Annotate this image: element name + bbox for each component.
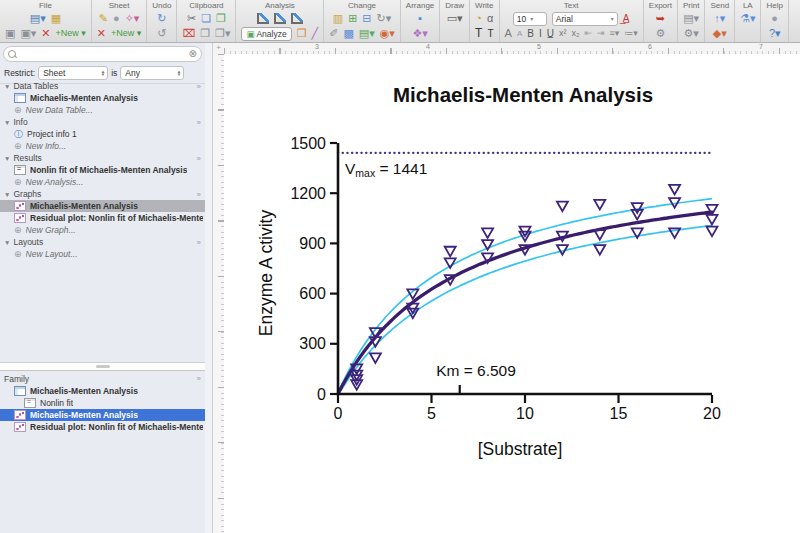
family-splitter-handle[interactable] [0,362,205,371]
disclosure-triangle-icon[interactable]: ▼ [4,155,10,162]
text-box-icon[interactable]: T [487,27,493,40]
michaelis-menten-graph[interactable]: Michaelis-Menten Analysis030060090012001… [224,54,800,533]
subscript-icon[interactable]: x₂ [571,27,579,40]
tree-section-graphs[interactable]: ▼Graphs» [0,188,205,200]
tree-section-results[interactable]: ▼Results» [0,152,205,164]
chevron-right-icon[interactable]: » [197,118,201,127]
search-input[interactable]: ⊗ [3,46,202,62]
magic-wand-icon[interactable]: ✧▾ [125,12,140,25]
open-file-icon[interactable]: ▦ [51,12,61,25]
list-item[interactable]: Michaelis-Menten Analysis [0,385,205,397]
greek-alpha-icon[interactable]: α [487,12,493,25]
tree-section-layouts[interactable]: ▼Layouts» [0,236,205,248]
labarchives-icon[interactable]: ⚗▾ [740,12,755,25]
align-objects-icon[interactable]: ▪ [418,12,422,25]
list-menu-icon[interactable]: ≔▾ [624,27,638,40]
font-color-icon[interactable]: ̲A̲ [623,12,630,25]
list-item[interactable]: ⓘProject info 1 [0,128,205,140]
send-graph-icon[interactable]: ◆▾ [713,27,727,40]
prism-guide-icon[interactable]: ● [771,12,778,25]
trash-icon[interactable]: ⌧ [182,27,195,40]
list-item[interactable]: ⊕New Layout... [0,248,205,260]
copy-special-icon[interactable]: ❐ [216,12,226,25]
analyze-button[interactable]: ▣Analyze [241,27,291,41]
list-item[interactable]: Michaelis-Menten Analysis [0,92,205,104]
results-folder-icon[interactable]: ❐ [297,27,307,40]
list-item[interactable]: ⊕New Graph... [0,224,205,236]
italic-icon[interactable]: I [539,27,542,40]
recalculate-icon[interactable]: ↻▾ [377,12,392,25]
graph-analysis-1-icon[interactable] [257,13,269,24]
copy-icon[interactable]: ❏ [201,12,211,25]
paste-icon[interactable]: ❐ [200,27,210,40]
chevron-right-icon[interactable]: » [197,190,201,199]
delete-sheet-icon[interactable]: ✕ [97,27,106,40]
save-icon[interactable]: ▣ [5,27,15,40]
draw-pen-icon[interactable]: ✐ [329,27,338,40]
font-shrink-icon[interactable]: A [517,27,522,40]
new-menu-icon[interactable]: +New ▾ [56,27,86,40]
indent-more-icon[interactable]: ⇥ [597,27,605,40]
export-icon[interactable]: ➥ [656,12,665,25]
cut-icon[interactable]: ✂ [187,12,196,25]
disclosure-triangle-icon[interactable]: ▼ [4,83,10,90]
undo-icon[interactable]: ↺ [157,27,166,40]
list-item[interactable]: Nonlin fit of Michaelis-Menten Analysis [0,164,205,176]
export-settings-icon[interactable]: ⚙ [655,27,665,40]
superscript-icon[interactable]: x² [559,27,567,40]
tree-section-data-tables[interactable]: ▼Data Tables» [0,80,205,92]
paste-menu-icon[interactable]: ❐▾ [215,27,230,40]
bold-icon[interactable]: B [527,27,534,40]
list-item[interactable]: Michaelis-Menten Analysis [0,409,205,421]
list-item[interactable]: Nonlin fit [0,397,205,409]
search-clear-icon[interactable]: ⊗ [189,49,197,59]
chevron-right-icon[interactable]: » [197,82,201,91]
format-points-icon[interactable]: ▩ [343,27,353,40]
print-icon[interactable]: ▤▾ [683,12,699,25]
insert-row-icon[interactable]: ⊞ [348,12,357,25]
list-item[interactable]: Residual plot: Nonlin fit of Michaelis-M… [0,212,205,224]
text-tool-icon[interactable]: T [475,27,482,40]
edit-analysis-icon[interactable]: ╱ [312,27,319,40]
help-menu-icon[interactable]: ?▾ [769,27,781,40]
align-menu-icon[interactable]: ≡▾ [610,27,620,40]
highlight-sheet-icon[interactable]: ● [113,12,120,25]
new-sheet-menu-icon[interactable]: +New ▾ [111,27,141,40]
disclosure-triangle-icon[interactable]: ▼ [4,239,10,246]
font-size-select[interactable]: 10▾ [513,12,547,26]
chevron-right-icon[interactable]: » [197,238,201,247]
font-grow-icon[interactable]: A [505,27,512,40]
indent-less-icon[interactable]: ⇤ [584,27,592,40]
new-file-icon[interactable]: ▤▾ [30,12,46,25]
chevron-right-icon[interactable]: » [197,374,201,383]
delete-file-icon[interactable]: ✕ [41,27,50,40]
group-objects-icon[interactable]: ❖▾ [412,27,427,40]
underline-icon[interactable]: U̲ [547,27,554,40]
color-scheme-icon[interactable]: ◉▾ [380,27,395,40]
print-settings-icon[interactable]: ⚙▾ [683,27,698,40]
save-as-icon[interactable]: ▣▾ [20,27,36,40]
disclosure-triangle-icon[interactable]: ▼ [4,119,10,126]
restrict-any-select[interactable]: Any ▲▼ [120,66,184,80]
font-select[interactable]: Arial▾ [552,12,618,26]
list-item[interactable]: Residual plot: Nonlin fit of Michaelis-M… [0,421,205,433]
share-icon[interactable]: ↑▾ [714,12,725,25]
redo-icon[interactable]: ↻ [157,12,166,25]
list-item[interactable]: ⊕New Analysis... [0,176,205,188]
rename-sheet-icon[interactable]: ✎ [99,12,108,25]
format-menu-icon[interactable]: ▤▾ [359,27,375,40]
graph-analysis-2-icon[interactable] [274,13,286,24]
list-item[interactable]: Michaelis-Menten Analysis [0,200,205,212]
tree-section-info[interactable]: ▼Info» [0,116,205,128]
graph-analysis-3-icon[interactable] [291,13,303,24]
restrict-sheet-select[interactable]: Sheet ▲▼ [38,66,108,80]
shape-tool-icon[interactable]: ▭▾ [447,12,463,25]
disclosure-triangle-icon[interactable]: ▼ [4,191,10,198]
list-item[interactable]: ⊕New Data Table... [0,104,205,116]
sidebar-scrollbar[interactable] [205,43,213,533]
chevron-right-icon[interactable]: » [197,154,201,163]
list-item[interactable]: ⊕New Info... [0,140,205,152]
interleave-icon[interactable]: ▥ [333,12,343,25]
insert-col-icon[interactable]: ⊟ [362,12,371,25]
color-wheel-icon[interactable]: ◔ [475,12,482,25]
